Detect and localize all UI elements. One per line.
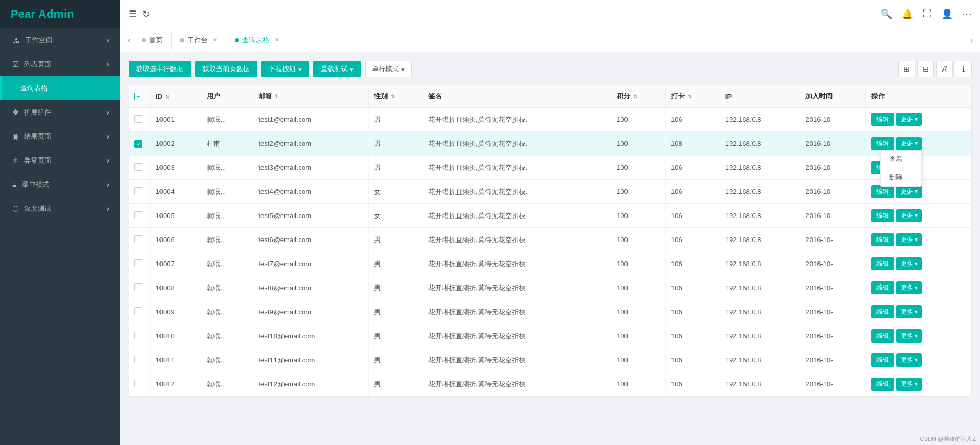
row-checkbox[interactable] [134,235,142,243]
row-checkbox[interactable] [134,163,142,171]
edit-button[interactable]: 编辑 [871,257,894,270]
row-user: 就眠... [201,252,253,276]
edit-button[interactable]: 编辑 [871,113,894,126]
row-checkbox-cell [129,228,150,252]
menu-toggle-icon[interactable]: ☰ [129,8,137,20]
row-checkbox-cell: ✓ [129,132,150,156]
sort-icon[interactable]: ⇅ [633,94,637,99]
edit-button[interactable]: 编辑 [871,281,894,294]
grid-view-icon[interactable]: ⊞ [898,61,915,77]
print-icon[interactable]: 🖨 [936,61,953,77]
select-all-checkbox[interactable]: − [134,93,142,100]
header-user: 用户 [201,85,253,108]
row-checkbox[interactable] [134,332,142,339]
user-icon[interactable]: 👤 [941,8,953,20]
mode-button[interactable]: 单行模式 ▾ [365,61,412,77]
get-selected-button[interactable]: 获取选中行数据 [129,61,191,77]
tab-home[interactable]: 首页 [133,31,172,50]
row-checkbox[interactable]: ✓ [134,140,142,148]
edit-button[interactable]: 编辑 [871,233,894,246]
row-id: 10005 [150,204,201,228]
more-button[interactable]: 更多 ▾ [896,233,922,246]
more-button[interactable]: 更多 ▾ [896,113,922,126]
tab-query-table[interactable]: 查询表格 ✕ [226,31,288,50]
header-checkbox-cell[interactable]: − [129,85,150,108]
more-button[interactable]: 更多 ▾ [896,281,922,294]
row-checkbox-cell [129,300,150,324]
sort-icon[interactable]: ⇅ [391,94,395,99]
edit-button[interactable]: 编辑 [871,329,894,343]
fullscreen-icon[interactable]: ⛶ [922,8,932,19]
reload-test-button[interactable]: 重载测试 ▾ [313,61,361,77]
dropdown-menu-item[interactable]: 删除 [881,168,921,186]
bell-icon[interactable]: 🔔 [902,8,913,20]
more-button[interactable]: 更多 ▾ [896,353,922,367]
edit-button[interactable]: 编辑 [871,185,894,198]
more-icon[interactable]: ⋯ [962,8,972,20]
row-checkin: 106 [665,228,720,252]
row-score: 100 [611,108,666,132]
sidebar-item-workspace[interactable]: 🖧 工作空间 ∨ [0,28,120,52]
sidebar-item-deep-test[interactable]: ⬡ 深度测试 ∨ [0,197,120,221]
dropdown-button[interactable]: 下拉按钮 ▾ [261,61,309,77]
edit-button[interactable]: 编辑 [871,378,894,391]
row-checkin: 108 [665,132,720,156]
sidebar-item-label: 查询表格 [20,84,48,93]
row-user: 就眠... [201,204,253,228]
header-id: ID ⇅ [150,85,201,108]
row-checkbox[interactable] [134,259,142,267]
column-settings-icon[interactable]: ⊟ [917,61,934,77]
tab-close-icon[interactable]: ✕ [275,37,279,43]
tab-close-icon[interactable]: ✕ [213,37,218,43]
more-button[interactable]: 更多 ▾ [896,257,922,270]
row-checkbox[interactable] [134,380,142,387]
sidebar-item-menu-mode[interactable]: ≡ 菜单模式 ∨ [0,173,120,197]
row-score: 100 [611,276,666,300]
action-cell: 编辑更多 ▾ [871,281,966,294]
tab-workspace[interactable]: 工作台 ✕ [172,31,226,50]
more-button[interactable]: 更多 ▾ [896,378,922,391]
extension-icon: ❖ [12,108,19,117]
edit-button[interactable]: 编辑 [871,353,894,367]
more-button[interactable]: 更多 ▾ [896,185,922,198]
sidebar-item-list-page[interactable]: ☑ 列表页面 ∧ [0,52,120,76]
row-checkbox[interactable] [134,356,142,363]
row-id: 10004 [150,180,201,204]
more-button[interactable]: 更多 ▾ [896,305,922,318]
sidebar-item-error-page[interactable]: ⚠ 异常页面 ∨ [0,149,120,173]
row-checkbox[interactable] [134,211,142,219]
edit-button[interactable]: 编辑 [871,137,894,150]
reload-test-label: 重载测试 [321,64,348,74]
row-checkbox[interactable] [134,115,142,123]
more-button[interactable]: 更多 ▾ [896,329,922,343]
refresh-icon[interactable]: ↻ [142,8,150,20]
tabs-prev-button[interactable]: ‹ [124,36,133,45]
edit-button[interactable]: 编辑 [871,305,894,318]
row-checkbox-cell [129,108,150,132]
row-user: 就眠... [201,108,253,132]
row-action-cell: 编辑更多 ▾查看删除 [865,132,971,156]
get-current-button[interactable]: 获取当前页数据 [195,61,257,77]
sidebar-item-extension[interactable]: ❖ 扩展组件 ∨ [0,100,120,124]
workspace-icon: 🖧 [12,36,20,45]
edit-button[interactable]: 编辑 [871,209,894,222]
row-checkbox[interactable] [134,283,142,291]
info-icon[interactable]: ℹ [955,61,972,77]
row-signature: 花开堪折直须折,莫待无花空折枝. [423,228,611,252]
more-button[interactable]: 更多 ▾ [896,137,922,150]
sort-icon[interactable]: ⇅ [688,94,692,99]
row-gender: 男 [369,276,423,300]
tabs-next-button[interactable]: › [967,36,976,45]
sidebar-item-label: 异常页面 [24,156,51,165]
email-info-icon[interactable]: ℹ [275,93,277,99]
search-icon[interactable]: 🔍 [881,8,892,20]
sidebar-item-query-table[interactable]: 查询表格 [0,76,120,100]
sidebar-item-result-page[interactable]: ◉ 结果页面 ∨ [0,124,120,149]
row-checkbox[interactable] [134,307,142,315]
dropdown-menu-item[interactable]: 查看 [881,151,921,168]
header-right: 🔍 🔔 ⛶ 👤 ⋯ [881,8,972,20]
sort-icon[interactable]: ⇅ [165,94,169,100]
more-button[interactable]: 更多 ▾ [896,209,922,222]
sidebar-logo: Pear Admin [0,0,120,28]
row-checkbox[interactable] [134,187,142,195]
